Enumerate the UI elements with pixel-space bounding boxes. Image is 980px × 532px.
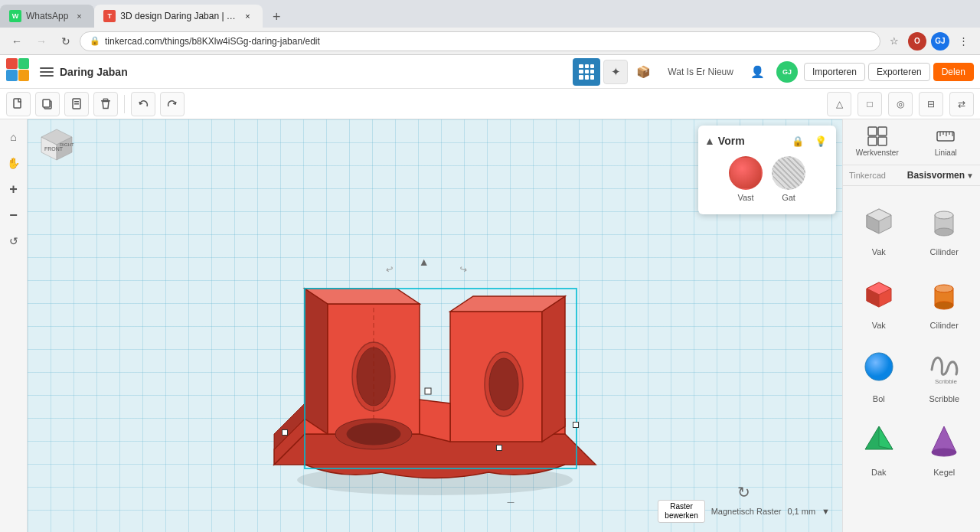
svg-rect-0 [14,99,21,108]
rotate-cursor[interactable]: ↻ [737,483,750,501]
vak-red-name: Vak [872,321,886,330]
svg-point-31 [347,423,400,445]
new-design-button[interactable] [6,92,31,116]
props-collapse-arrow[interactable]: ▲ [704,135,715,147]
svg-text:RIGHT: RIGHT [60,142,74,147]
rect-tool-button[interactable]: □ [858,92,882,116]
refresh-button[interactable]: ↻ [55,31,77,52]
3d-object [243,181,626,503]
transform-handle-bm[interactable] [496,445,502,451]
shape-vak-gray[interactable]: Vak [849,192,909,259]
scribble-name: Scribble [929,394,959,403]
circle-tool-button[interactable]: ◎ [888,92,913,116]
profile-button[interactable]: GJ [929,31,951,52]
bulb-button[interactable]: 💡 [812,132,830,150]
user-avatar[interactable]: GJ [776,61,798,83]
export-icon-button[interactable]: 📦 [631,60,655,84]
vak-gray-preview [854,195,903,244]
wat-is-er-nieuw-button[interactable]: Wat Is Er Nieuw [662,64,740,80]
new-tab-button[interactable]: + [266,6,287,28]
kegel-name: Kegel [933,468,955,477]
svg-rect-39 [878,137,887,145]
delen-button[interactable]: Delen [933,63,974,81]
shape-vak-red[interactable]: Vak [849,266,909,333]
importeren-button[interactable]: Importeren [804,63,865,81]
dropdown-label: Basisvormen [907,170,965,181]
raster-label: Rasterbewerken [665,502,697,521]
raster-bewerken-button[interactable]: Rasterbewerken [658,500,704,523]
cone-tool-button[interactable]: △ [827,92,851,116]
tinkercad-favicon: T [103,10,116,22]
svg-rect-37 [878,127,887,135]
shape-cilinder-orange[interactable]: Cilinder [915,266,975,333]
transform-handle-br[interactable] [573,422,579,428]
shape-cilinder-gray[interactable]: Cilinder [915,192,975,259]
app-header: Daring Jaban ✦ 📦 Wat Is Er Nieuw 👤 GJ Im… [0,55,980,89]
props-header: ▲ Vorm 🔒 💡 [704,132,830,150]
home-view-button[interactable]: ⌂ [2,126,25,149]
bol-preview [854,342,903,391]
adjust-view-button[interactable]: ✦ [603,60,628,84]
raster-arrow[interactable]: ▼ [822,507,830,516]
shape-kegel[interactable]: Kegel [915,413,975,480]
tinkercad-tab-close[interactable]: × [241,10,253,22]
tab-tinkercad[interactable]: T 3D design Daring Jaban | Tinker... × [94,5,263,28]
dropdown-chevron: ▼ [966,171,974,180]
kegel-preview [920,416,969,465]
extensions-button[interactable]: O [906,31,928,52]
dak-name: Dak [871,468,887,477]
nav-actions: ☆ O GJ ⋮ [884,31,974,52]
forward-button[interactable]: → [31,31,52,52]
liniaal-tab[interactable]: Liniaal [912,119,981,165]
category-label: Tinkercad [849,171,886,180]
toolbar-separator-1 [124,95,125,113]
vast-option[interactable]: Vast [729,156,763,202]
dropdown-button[interactable]: Basisvormen ▼ [907,170,974,181]
redo-button[interactable] [160,92,185,116]
menu-hamburger[interactable] [40,67,54,77]
right-toolbar: △ □ ◎ ⊟ ⇄ [827,92,974,116]
main-content: ⌂ ✋ + − ↺ FRONT RIGHT [0,119,980,532]
align-tool-button[interactable]: ⊟ [919,92,943,116]
dak-preview [854,416,903,465]
vast-label: Vast [737,193,753,202]
shape-bol[interactable]: Bol [849,339,909,406]
flip-tool-button[interactable]: ⇄ [949,92,974,116]
werkvenster-tab-label: Werkvenster [856,149,899,157]
gat-color-circle [772,156,805,190]
back-button[interactable]: ← [6,31,28,52]
canvas-area[interactable]: FRONT RIGHT ▲ ↩ ↩ [28,119,842,532]
gat-option[interactable]: Gat [772,156,805,202]
paste-button[interactable] [64,92,89,116]
undo-button[interactable] [131,92,155,116]
svg-marker-24 [542,296,565,442]
transform-handle-bl[interactable] [282,429,288,436]
vak-red-preview [854,269,903,318]
werkvenster-tab[interactable]: Werkvenster [843,119,912,165]
whatsapp-tab-close[interactable]: × [73,10,85,22]
pan-tool-button[interactable]: ✋ [2,152,25,175]
tinkercad-tab-title: 3D design Daring Jaban | Tinker... [120,11,237,21]
shape-scribble[interactable]: Scribble Scribble [915,339,975,406]
delete-button[interactable] [93,92,118,116]
zoom-in-button[interactable]: + [2,178,25,201]
profile-avatar: GJ [931,32,949,51]
tab-whatsapp[interactable]: W WhatsApp × [0,5,94,28]
bookmark-button[interactable]: ☆ [884,31,905,52]
whatsapp-favicon: W [9,10,21,22]
exporteren-button[interactable]: Exporteren [868,63,930,81]
grid-view-button[interactable] [573,58,600,86]
user-icon-button[interactable]: 👤 [746,60,770,84]
color-options: Vast Gat [704,156,830,202]
copy-button[interactable] [35,92,60,116]
rotate-view-button[interactable]: ↺ [2,230,25,253]
lock-button[interactable]: 🔒 [789,132,807,150]
viewport-cube[interactable]: FRONT RIGHT [34,126,80,171]
menu-button[interactable]: ⋮ [952,31,974,52]
cilinder-gray-name: Cilinder [930,247,959,256]
shape-dak[interactable]: Dak [849,413,909,480]
zoom-out-button[interactable]: − [2,204,25,227]
url-text: tinkercad.com/things/b8KXlw4iSGg-daring-… [105,36,871,47]
props-title: Vorm [718,135,745,147]
address-bar[interactable]: 🔒 tinkercad.com/things/b8KXlw4iSGg-darin… [80,31,880,51]
